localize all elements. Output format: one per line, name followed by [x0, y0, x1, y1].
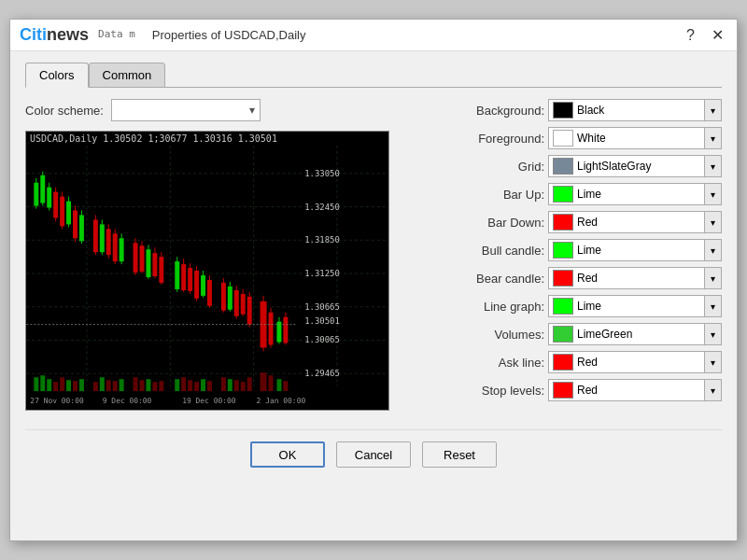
- foreground-swatch: [553, 130, 573, 147]
- volumes-value: LimeGreen: [577, 328, 704, 341]
- svg-rect-108: [201, 379, 205, 391]
- bear-candle-arrow[interactable]: ▾: [704, 268, 721, 288]
- svg-rect-115: [261, 372, 267, 391]
- tab-common[interactable]: Common: [89, 63, 166, 88]
- stop-levels-arrow[interactable]: ▾: [704, 380, 721, 400]
- bar-up-value: Lime: [577, 188, 704, 201]
- line-graph-label: Line graph:: [460, 300, 544, 314]
- stop-levels-select[interactable]: Red ▾: [548, 379, 722, 401]
- stop-levels-value: Red: [577, 384, 704, 397]
- bear-candle-swatch: [553, 270, 573, 287]
- background-value: Black: [577, 104, 704, 117]
- svg-rect-102: [152, 382, 157, 391]
- background-label: Background:: [460, 104, 544, 118]
- title-bar-left: Citinews Data m Properties of USDCAD,Dai…: [20, 25, 306, 45]
- foreground-select[interactable]: White ▾: [548, 127, 722, 149]
- color-scheme-row: Color scheme:: [25, 99, 445, 121]
- grid-value: LightSlateGray: [577, 160, 704, 173]
- line-graph-arrow[interactable]: ▾: [704, 296, 721, 316]
- bar-down-label: Bar Down:: [460, 216, 544, 230]
- svg-rect-113: [241, 382, 246, 391]
- svg-rect-91: [66, 380, 71, 391]
- svg-rect-98: [120, 379, 124, 391]
- bear-candle-value: Red: [577, 272, 704, 285]
- ask-line-arrow[interactable]: ▾: [704, 352, 721, 372]
- main-window: Citinews Data m Properties of USDCAD,Dai…: [9, 19, 738, 541]
- svg-rect-107: [194, 382, 199, 391]
- color-scheme-select[interactable]: [111, 99, 261, 121]
- volumes-arrow[interactable]: ▾: [704, 324, 721, 344]
- dialog-content: Colors Common Color scheme:: [10, 51, 737, 483]
- background-arrow[interactable]: ▾: [704, 100, 721, 120]
- foreground-label: Foreground:: [460, 132, 544, 146]
- svg-text:1.32450: 1.32450: [304, 203, 340, 212]
- bull-candle-label: Bull candle:: [460, 244, 544, 258]
- stop-levels-swatch: [553, 382, 573, 399]
- svg-rect-105: [181, 377, 186, 391]
- close-button[interactable]: ✕: [708, 28, 727, 43]
- bar-up-swatch: [553, 186, 573, 203]
- volumes-swatch: [553, 326, 573, 343]
- bar-down-arrow[interactable]: ▾: [704, 212, 721, 232]
- bar-up-arrow[interactable]: ▾: [704, 184, 721, 204]
- property-row-ask-line: Ask line: Red ▾: [460, 351, 722, 373]
- volumes-label: Volumes:: [460, 328, 544, 342]
- line-graph-select[interactable]: Lime ▾: [548, 295, 722, 317]
- bear-candle-select[interactable]: Red ▾: [548, 267, 722, 289]
- svg-rect-111: [228, 379, 233, 391]
- tab-colors[interactable]: Colors: [25, 63, 89, 88]
- help-button[interactable]: ?: [683, 28, 698, 43]
- line-graph-swatch: [553, 298, 573, 315]
- svg-rect-101: [146, 379, 150, 391]
- bull-candle-swatch: [553, 242, 573, 259]
- property-row-grid: Grid: LightSlateGray ▾: [460, 155, 722, 177]
- property-row-background: Background: Black ▾: [460, 99, 722, 121]
- tab-bar: Colors Common: [25, 63, 722, 88]
- chart-title: USDCAD,Daily 1.30502 1;30677 1.30316 1.3…: [26, 132, 388, 146]
- background-swatch: [553, 102, 573, 119]
- bar-up-select[interactable]: Lime ▾: [548, 183, 722, 205]
- svg-rect-112: [234, 380, 239, 391]
- grid-select[interactable]: LightSlateGray ▾: [548, 155, 722, 177]
- svg-text:1.29465: 1.29465: [304, 369, 340, 378]
- grid-swatch: [553, 158, 573, 175]
- svg-text:27 Nov 00:00: 27 Nov 00:00: [30, 397, 84, 405]
- background-select[interactable]: Black ▾: [548, 99, 722, 121]
- svg-text:9 Dec 00:00: 9 Dec 00:00: [103, 397, 152, 405]
- chart-svg: 1.33050 1.32450 1.31850 1.31250 1.30665 …: [26, 146, 388, 407]
- bull-candle-arrow[interactable]: ▾: [704, 240, 721, 260]
- logo: Citinews: [20, 25, 89, 45]
- stop-levels-label: Stop levels:: [460, 384, 544, 398]
- grid-label: Grid:: [460, 160, 544, 174]
- bull-candle-select[interactable]: Lime ▾: [548, 239, 722, 261]
- reset-button[interactable]: Reset: [422, 441, 497, 468]
- svg-text:19 Dec 00:00: 19 Dec 00:00: [182, 397, 236, 405]
- chart-preview: USDCAD,Daily 1.30502 1;30677 1.30316 1.3…: [25, 131, 389, 411]
- svg-rect-95: [100, 377, 105, 391]
- svg-rect-104: [175, 379, 179, 391]
- color-scheme-select-wrapper[interactable]: [111, 99, 261, 121]
- cancel-button[interactable]: Cancel: [336, 441, 411, 468]
- grid-arrow[interactable]: ▾: [704, 156, 721, 176]
- property-row-bull-candle: Bull candle: Lime ▾: [460, 239, 722, 261]
- bar-down-value: Red: [577, 216, 704, 229]
- svg-rect-90: [60, 377, 64, 391]
- svg-text:2 Jan 00:00: 2 Jan 00:00: [257, 397, 306, 405]
- subtitle: Data m: [94, 28, 139, 42]
- svg-rect-100: [140, 380, 145, 391]
- foreground-arrow[interactable]: ▾: [704, 128, 721, 148]
- svg-rect-114: [247, 377, 252, 391]
- svg-rect-118: [283, 381, 288, 391]
- volumes-select[interactable]: LimeGreen ▾: [548, 323, 722, 345]
- svg-rect-88: [47, 379, 51, 391]
- bull-candle-value: Lime: [577, 244, 704, 257]
- svg-text:1.31850: 1.31850: [304, 235, 340, 245]
- line-graph-value: Lime: [577, 300, 704, 313]
- ask-line-select[interactable]: Red ▾: [548, 351, 722, 373]
- color-scheme-label: Color scheme:: [25, 104, 104, 118]
- svg-text:1.30665: 1.30665: [304, 302, 340, 312]
- bar-down-select[interactable]: Red ▾: [548, 211, 722, 233]
- title-bar-controls: ? ✕: [683, 28, 727, 43]
- ok-button[interactable]: OK: [250, 441, 325, 468]
- svg-rect-116: [269, 375, 274, 391]
